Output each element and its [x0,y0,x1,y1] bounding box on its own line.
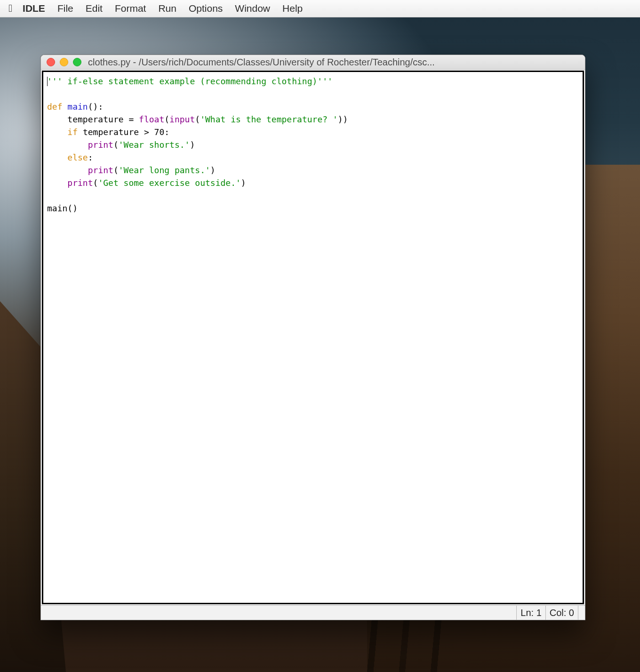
menu-options[interactable]: Options [189,3,223,14]
indent-else [47,152,67,162]
editor-area-wrap: ''' if-else statement example (recommend… [41,70,585,605]
p2: ( [195,114,200,124]
menu-help[interactable]: Help [282,3,303,14]
close-button[interactable] [47,58,55,66]
else-colon: : [88,152,93,162]
indent-print1 [47,140,88,150]
code-editor[interactable]: ''' if-else statement example (recommend… [42,71,584,604]
kw-if: if [67,127,78,137]
str-exercise: 'Get some exercise outside.' [98,178,240,188]
minimize-button[interactable] [60,58,68,66]
cp2: ) [210,165,216,175]
op1: ( [113,140,119,150]
bi-print3: print [67,178,93,188]
kw-else: else [67,152,88,162]
status-line: Ln: 1 [516,606,545,620]
indent-print2 [47,165,88,175]
op2: ( [113,165,119,175]
str-shorts: 'Wear shorts.' [119,140,190,150]
assign-post: )) [338,114,348,124]
kw-def: def [47,102,63,112]
docstring: ''' if-else statement example (recommend… [47,76,333,86]
assign-pre: temperature = [47,114,139,124]
menu-run[interactable]: Run [158,3,176,14]
indent-print3 [47,178,67,188]
menu-file[interactable]: File [57,3,73,14]
status-col: Col: 0 [545,606,578,620]
app-menu[interactable]: IDLE [23,3,45,14]
str-pants: 'Wear long pants.' [119,165,210,175]
cp3: ) [241,178,246,188]
bi-input: input [169,114,195,124]
mac-menubar:  IDLE File Edit Format Run Options Wind… [0,0,640,17]
if-cond: temperature > 70: [78,127,169,137]
str-prompt: 'What is the temperature? ' [200,114,338,124]
main-call: main() [47,203,78,213]
apple-menu-icon[interactable]:  [8,2,12,15]
indent-if [47,127,67,137]
bi-print2: print [88,165,113,175]
status-bar: Ln: 1 Col: 0 [41,605,585,620]
cp1: ) [190,140,195,150]
op3: ( [93,178,98,188]
window-title: clothes.py - /Users/rich/Documents/Class… [88,57,579,68]
menu-format[interactable]: Format [115,3,146,14]
traffic-lights [47,58,81,66]
editor-window: clothes.py - /Users/rich/Documents/Class… [40,55,585,620]
def-paren: (): [88,102,104,112]
p1: ( [164,114,169,124]
menu-window[interactable]: Window [235,3,270,14]
bi-print1: print [88,140,113,150]
menu-edit[interactable]: Edit [86,3,103,14]
bi-float: float [139,114,164,124]
zoom-button[interactable] [73,58,81,66]
fn-main: main [67,102,88,112]
window-titlebar[interactable]: clothes.py - /Users/rich/Documents/Class… [41,55,585,70]
